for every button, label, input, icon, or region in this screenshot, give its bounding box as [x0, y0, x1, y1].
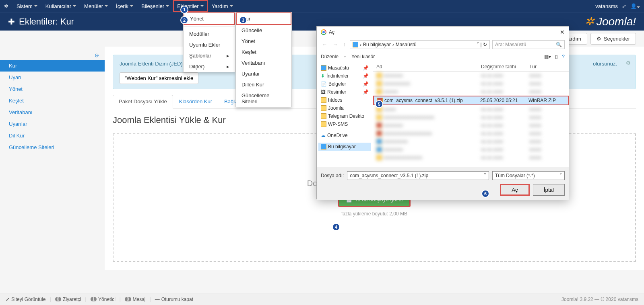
view-site[interactable]: ⤢ Siteyi Görüntüle: [6, 297, 45, 302]
col-name[interactable]: Ad: [376, 64, 481, 70]
file-row-blur[interactable]: xxxxxxxxxx.xx.xxxxxxxxx: [373, 72, 569, 80]
messages[interactable]: 0 Mesaj: [125, 297, 146, 302]
search-icon: 🔍: [556, 42, 562, 47]
organize-menu[interactable]: Düzenle: [321, 54, 339, 59]
tab-upload-package[interactable]: Paket Dosyası Yükle: [113, 95, 173, 108]
sidebar-yonet[interactable]: Yönet: [0, 83, 105, 95]
help-icon[interactable]: ?: [562, 54, 565, 59]
col-date[interactable]: Değiştirme tarihi: [481, 64, 529, 70]
version-text: Joomla! 3.9.22: [561, 297, 593, 302]
submenu2-yonet[interactable]: Yönet: [236, 36, 291, 47]
search-input[interactable]: Ara: Masaüstü🔍: [492, 40, 565, 49]
sidebar-kur[interactable]: Kur: [0, 60, 105, 72]
joomla-icon: ✲: [4, 3, 8, 9]
file-row-blur[interactable]: xxxxxxxx.xx.xxxxxxxxx: [373, 88, 569, 96]
tab-install-folder[interactable]: Klasörden Kur: [173, 95, 218, 108]
forward-icon[interactable]: →: [331, 41, 339, 48]
file-row-blur[interactable]: xxxxxxxxxxxxxxxxxxxxxxx.xx.xxxxxxxxx: [373, 113, 569, 121]
sidebar-collapse-icon[interactable]: ⊖: [0, 51, 105, 60]
tree-telegram[interactable]: Telegram Deskto: [318, 112, 371, 120]
submenu-moduller[interactable]: Modüller: [184, 29, 235, 39]
gear-icon[interactable]: ⚙: [626, 60, 631, 66]
submenu2-uyarilar[interactable]: Uyarılar: [236, 68, 291, 79]
col-type[interactable]: Tür: [529, 64, 566, 70]
path-seg-0[interactable]: Bu bilgisayar: [363, 42, 391, 47]
cancel-button[interactable]: İptal: [533, 184, 565, 196]
file-type: WinRAR ZIP: [528, 98, 565, 103]
add-webinstall-tab-button[interactable]: "Webden Kur" sekmesini ekle: [120, 72, 198, 84]
submenu-diller[interactable]: Dil(ler) ▸: [184, 61, 235, 72]
filetype-filter[interactable]: Tüm Dosyalar (*.*)˅: [492, 171, 565, 180]
tree-bubilgisayar[interactable]: Bu bilgisayar: [318, 143, 371, 151]
file-date: 25.05.2020 05:21: [480, 98, 528, 103]
file-row-selected[interactable]: com_acysms_connect_v3.5.1 (1).zip 25.05.…: [373, 96, 569, 105]
open-button[interactable]: Aç: [500, 184, 530, 196]
user-icon[interactable]: 👤: [630, 3, 640, 9]
copyright-text: © 2020 vatansms: [601, 297, 638, 302]
file-row-blur[interactable]: xxxxxxxxxx.xx.xxxxxxxxx: [373, 145, 569, 154]
file-row-blur[interactable]: xxxxxxxxxxxxx.xx.xxxxxxxxx: [373, 80, 569, 88]
file-row-blur[interactable]: xxxxxxx.xx.xxxxxxxxx: [373, 105, 569, 113]
sidebar-uyarilar[interactable]: Uyarılar: [0, 118, 105, 130]
path-seg-1[interactable]: Masaüstü: [396, 42, 417, 47]
sidebar-dilkur[interactable]: Dil Kur: [0, 130, 105, 141]
external-icon: ⤢: [622, 3, 626, 9]
sidebar-kesfet[interactable]: Keşfet: [0, 95, 105, 106]
file-row-blur[interactable]: xxxxxxxxxxxxxxxxxx.xx.xxxxxxxxx: [373, 154, 569, 162]
admins[interactable]: 1 Yönetici: [91, 297, 116, 302]
callout-1: 1: [180, 6, 188, 14]
pc-icon: [353, 42, 358, 47]
callout-5: 5: [375, 100, 383, 108]
dialog-title: Aç: [329, 29, 334, 35]
sidebar-veritabani[interactable]: Veritabanı: [0, 106, 105, 118]
file-row-blur[interactable]: xxxxxxxxxxxxxxxxxxxxxx.xx.xxxxxxxxx: [373, 129, 569, 137]
top-nav: ✲ Sistem Kullanıcılar Menüler İçerik Bil…: [0, 0, 644, 12]
nav-menuler[interactable]: Menüler: [80, 0, 112, 12]
nav-kullanicilar[interactable]: Kullanıcılar: [41, 0, 80, 12]
nav-sistem[interactable]: Sistem: [12, 0, 41, 12]
tree-htdocs[interactable]: htdocs: [318, 96, 371, 104]
user-label[interactable]: vatansms: [595, 3, 618, 9]
eklentiler-submenu: Yönet Modüller Uyumlu Ekler Şablonlar ▸ …: [183, 12, 235, 72]
submenu2-dillerikur[interactable]: Dilleri Kur: [236, 79, 291, 90]
tree-wpsms[interactable]: WP-SMS: [318, 120, 371, 128]
tree-indirilenler[interactable]: ⬇İndirilenler📌: [318, 72, 371, 80]
tree-onedrive[interactable]: ☁OneDrive: [318, 131, 371, 139]
folder-tree: Masaüstü📌 ⬇İndirilenler📌 📄Belgeler📌 🖼Res…: [317, 62, 373, 167]
tree-masaustu[interactable]: Masaüstü📌: [318, 64, 371, 72]
submenu2-guncelle[interactable]: Güncelle: [236, 25, 291, 36]
new-folder[interactable]: Yeni klasör: [351, 54, 375, 59]
sidebar-uyari[interactable]: Uyarı: [0, 72, 105, 83]
file-row-blur[interactable]: xxxxxxxxxxxx.xx.xxxxxxxxx: [373, 137, 569, 145]
tree-belgeler[interactable]: 📄Belgeler📌: [318, 80, 371, 88]
sidebar: ⊖ Kur Uyarı Yönet Keşfet Veritabanı Uyar…: [0, 47, 105, 270]
back-icon[interactable]: ←: [321, 41, 329, 48]
close-icon[interactable]: ✕: [560, 29, 565, 35]
logout[interactable]: — Oturumu kapat: [155, 297, 193, 302]
up-icon[interactable]: ↑: [342, 41, 347, 48]
submenu2-kesfet[interactable]: Keşfet: [236, 47, 291, 57]
preview-icon[interactable]: ▯: [555, 54, 558, 59]
page-title: Eklentiler: Kur: [19, 16, 74, 27]
tree-joomla[interactable]: Joomla: [318, 104, 371, 112]
nav-bilesenler[interactable]: Bileşenler: [137, 0, 173, 12]
callout-6: 6: [481, 190, 489, 198]
submenu-uyumlu[interactable]: Uyumlu Ekler: [184, 39, 235, 50]
submenu2-guncellemesiteleri[interactable]: Güncelleme Siteleri: [236, 90, 291, 107]
submenu-yonet[interactable]: Yönet: [184, 12, 235, 25]
path-bar[interactable]: ›Bu bilgisayar ›Masaüstü ˅ | ↻: [350, 40, 490, 49]
nav-icerik[interactable]: İçerik: [112, 0, 137, 12]
sidebar-guncelleme[interactable]: Güncelleme Siteleri: [0, 141, 105, 153]
submenu2-veritabani[interactable]: Veritabanı: [236, 57, 291, 68]
options-button[interactable]: ⚙Seçenekler: [590, 33, 636, 45]
chrome-icon: [321, 29, 326, 35]
file-row-blur[interactable]: xxxxxxxxxx.xx.xxxxxxxxx: [373, 121, 569, 129]
visitors[interactable]: 0 Ziyaretçi: [55, 297, 81, 302]
nav-yardim[interactable]: Yardım: [208, 0, 237, 12]
nav-eklentiler[interactable]: Eklentiler: [173, 0, 207, 12]
submenu-sablonlar[interactable]: Şablonlar ▸: [184, 50, 235, 61]
filename-input[interactable]: com_acysms_connect_v3.5.1 (1).zip˅: [347, 171, 489, 180]
tree-resimler[interactable]: 🖼Resimler📌: [318, 88, 371, 96]
yonet-submenu: Kur Güncelle Yönet Keşfet Veritabanı Uya…: [235, 12, 292, 107]
view-icon[interactable]: ▦▾: [544, 54, 551, 59]
